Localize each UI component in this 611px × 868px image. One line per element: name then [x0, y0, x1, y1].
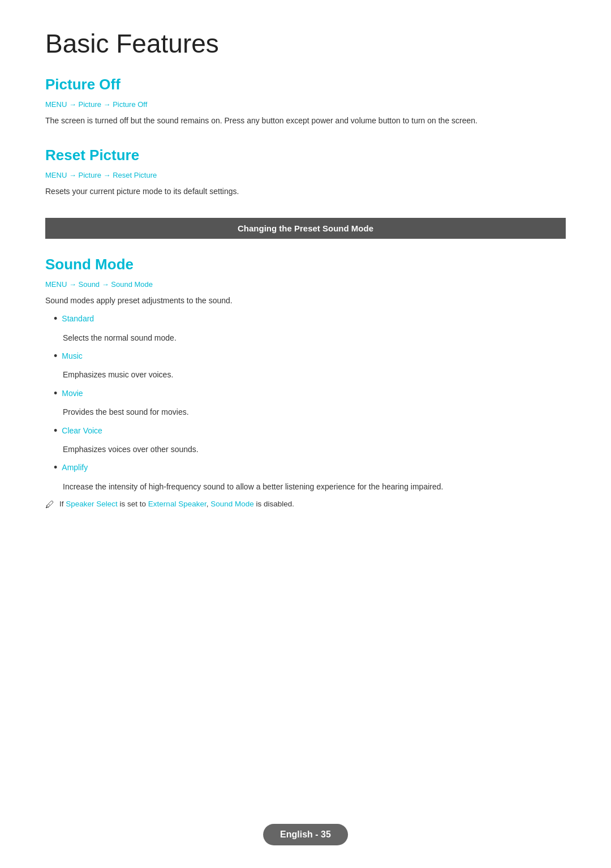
bullet-dot: • — [54, 350, 57, 363]
sound-mode-items: • Standard Selects the normal sound mode… — [45, 312, 566, 493]
sound-mode-breadcrumb-mode: Sound Mode — [111, 280, 153, 289]
note-speaker-select: Speaker Select — [66, 500, 118, 508]
note-icon: 🖊 — [45, 500, 54, 510]
item-label-amplify: Amplify — [62, 461, 88, 474]
reset-picture-breadcrumb: MENU → Picture → Reset Picture — [45, 171, 566, 179]
note-external-speaker: External Speaker — [148, 500, 206, 508]
bullet-list: • Movie — [54, 387, 566, 400]
item-desc-standard: Selects the normal sound mode. — [63, 332, 566, 344]
sound-mode-title: Sound Mode — [45, 256, 566, 273]
picture-off-description: The screen is turned off but the sound r… — [45, 114, 566, 127]
sound-mode-breadcrumb: MENU → Sound → Sound Mode — [45, 280, 566, 289]
note-text: If Speaker Select is set to External Spe… — [59, 500, 294, 508]
sound-mode-breadcrumb-sound: Sound — [79, 280, 100, 289]
footer-badge-text: English - 35 — [280, 830, 331, 839]
reset-picture-description: Resets your current picture mode to its … — [45, 185, 566, 197]
bullet-dot: • — [54, 461, 57, 474]
list-item: • Amplify — [54, 461, 566, 474]
section-sound-mode: Sound Mode MENU → Sound → Sound Mode Sou… — [45, 256, 566, 510]
list-item: • Music — [54, 350, 566, 363]
item-desc-clear-voice: Emphasizes voices over other sounds. — [63, 443, 566, 456]
bullet-list: • Music — [54, 350, 566, 363]
picture-off-title: Picture Off — [45, 76, 566, 93]
picture-off-breadcrumb-text: MENU → Picture → Picture Off — [45, 100, 147, 109]
item-desc-amplify: Increase the intensity of high-frequency… — [63, 480, 566, 493]
bullet-list: • Clear Voice — [54, 424, 566, 437]
bullet-dot: • — [54, 387, 57, 400]
bullet-dot: • — [54, 312, 57, 325]
bullet-dot: • — [54, 424, 57, 437]
item-label-movie: Movie — [62, 387, 83, 399]
sound-mode-breadcrumb-menu: MENU → — [45, 280, 79, 289]
section-reset-picture: Reset Picture MENU → Picture → Reset Pic… — [45, 147, 566, 197]
page-title: Basic Features — [45, 28, 566, 59]
picture-off-breadcrumb: MENU → Picture → Picture Off — [45, 100, 566, 109]
item-desc-movie: Provides the best sound for movies. — [63, 406, 566, 418]
item-desc-music: Emphasizes music over voices. — [63, 368, 566, 381]
bullet-list: • Standard — [54, 312, 566, 325]
item-label-standard: Standard — [62, 312, 94, 325]
page-container: Basic Features Picture Off MENU → Pictur… — [0, 0, 611, 586]
list-item: • Movie — [54, 387, 566, 400]
divider-label: Changing the Preset Sound Mode — [238, 224, 373, 233]
reset-picture-title: Reset Picture — [45, 147, 566, 164]
note-sound-mode: Sound Mode — [210, 500, 254, 508]
footer-badge: English - 35 — [263, 824, 348, 845]
divider-banner: Changing the Preset Sound Mode — [45, 218, 566, 239]
reset-picture-breadcrumb-text: MENU → Picture → Reset Picture — [45, 171, 157, 179]
list-item: • Clear Voice — [54, 424, 566, 437]
note-line: 🖊 If Speaker Select is set to External S… — [45, 500, 566, 510]
item-label-clear-voice: Clear Voice — [62, 424, 102, 437]
list-item: • Standard — [54, 312, 566, 325]
sound-mode-intro: Sound modes apply preset adjustments to … — [45, 294, 566, 307]
section-picture-off: Picture Off MENU → Picture → Picture Off… — [45, 76, 566, 127]
item-label-music: Music — [62, 350, 83, 362]
bullet-list: • Amplify — [54, 461, 566, 474]
